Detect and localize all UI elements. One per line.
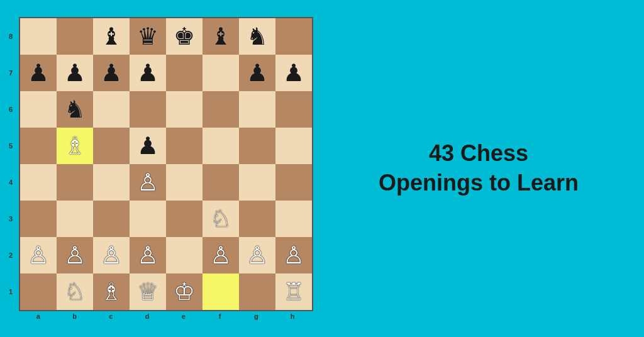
square-h3 — [275, 201, 312, 237]
square-f2: ♙ — [203, 237, 239, 273]
square-f1 — [203, 273, 239, 310]
square-a6: 6 — [20, 91, 57, 128]
square-c5 — [93, 128, 130, 164]
square-a7: 7♟ — [20, 55, 57, 91]
square-a3: 3 — [20, 201, 57, 237]
white-pawn-f2: ♙ — [210, 243, 231, 267]
rank-label-5: 5 — [9, 142, 13, 150]
title-line1: 43 Chess — [429, 139, 528, 168]
square-g1 — [239, 273, 275, 310]
rank-label-1: 1 — [9, 288, 13, 296]
square-d7: ♟ — [130, 55, 166, 91]
black-bishop-f8: ♝ — [210, 25, 231, 48]
square-e2 — [166, 237, 203, 273]
white-pawn-d4: ♙ — [137, 170, 158, 194]
file-labels: a b c d e f g h — [19, 312, 311, 320]
square-b5: ♗ — [57, 128, 93, 164]
rank-label-7: 7 — [9, 69, 13, 77]
black-bishop-c8: ♝ — [101, 25, 122, 48]
square-b4 — [57, 164, 93, 201]
rank-label-8: 8 — [9, 33, 13, 40]
white-knight-b1: ♘ — [64, 280, 86, 304]
file-c: c — [93, 312, 130, 320]
square-c4 — [93, 164, 130, 201]
square-e7 — [166, 55, 203, 91]
file-b: b — [57, 312, 93, 320]
board-wrapper: 8♝♛♚♝♞7♟♟♟♟♟♟6♞5♗♟4♙3♘2♙♙♙♙♙♙♙1♘♗♕♔♖ a b… — [19, 17, 313, 320]
square-f8: ♝ — [203, 18, 239, 55]
chess-board: 8♝♛♚♝♞7♟♟♟♟♟♟6♞5♗♟4♙3♘2♙♙♙♙♙♙♙1♘♗♕♔♖ — [19, 17, 313, 311]
black-knight-b6: ♞ — [64, 97, 86, 121]
file-f: f — [202, 312, 238, 320]
square-c3 — [93, 201, 130, 237]
square-f5 — [203, 128, 239, 164]
white-rook-h1: ♖ — [283, 280, 304, 304]
square-g4 — [239, 164, 275, 201]
square-g7: ♟ — [239, 55, 275, 91]
white-pawn-c2: ♙ — [101, 243, 122, 267]
square-b7: ♟ — [57, 55, 93, 91]
square-d3 — [130, 201, 166, 237]
white-knight-f3: ♘ — [210, 207, 231, 231]
square-f4 — [203, 164, 239, 201]
white-bishop-b5: ♗ — [64, 134, 86, 158]
white-pawn-d2: ♙ — [137, 243, 158, 267]
square-b3 — [57, 201, 93, 237]
square-a2: 2♙ — [20, 237, 57, 273]
black-queen-d8: ♛ — [137, 25, 158, 48]
square-c7: ♟ — [93, 55, 130, 91]
square-a8: 8 — [20, 18, 57, 55]
black-knight-g8: ♞ — [247, 25, 268, 48]
square-c8: ♝ — [93, 18, 130, 55]
black-pawn-h7: ♟ — [283, 61, 304, 85]
black-pawn-d5: ♟ — [137, 134, 158, 158]
square-e1: ♔ — [166, 273, 203, 310]
square-e8: ♚ — [166, 18, 203, 55]
square-d8: ♛ — [130, 18, 166, 55]
square-d1: ♕ — [130, 273, 166, 310]
square-h1: ♖ — [275, 273, 312, 310]
square-g2: ♙ — [239, 237, 275, 273]
square-e5 — [166, 128, 203, 164]
rank-label-2: 2 — [9, 251, 13, 259]
black-king-e8: ♚ — [174, 25, 195, 48]
square-f7 — [203, 55, 239, 91]
file-e: e — [165, 312, 202, 320]
white-pawn-g2: ♙ — [247, 243, 268, 267]
rank-label-3: 3 — [9, 215, 13, 223]
square-e3 — [166, 201, 203, 237]
square-c6 — [93, 91, 130, 128]
square-g5 — [239, 128, 275, 164]
chess-area: 8♝♛♚♝♞7♟♟♟♟♟♟6♞5♗♟4♙3♘2♙♙♙♙♙♙♙1♘♗♕♔♖ a b… — [19, 17, 313, 320]
file-a: a — [20, 312, 57, 320]
square-f3: ♘ — [203, 201, 239, 237]
text-area: 43 Chess Openings to Learn — [313, 126, 644, 211]
white-queen-d1: ♕ — [137, 280, 158, 304]
square-d2: ♙ — [130, 237, 166, 273]
square-c2: ♙ — [93, 237, 130, 273]
square-b2: ♙ — [57, 237, 93, 273]
square-b1: ♘ — [57, 273, 93, 310]
file-d: d — [129, 312, 165, 320]
square-h8 — [275, 18, 312, 55]
rank-label-6: 6 — [9, 106, 13, 113]
black-pawn-g7: ♟ — [247, 61, 268, 85]
title-line2: Openings to Learn — [379, 168, 579, 198]
square-e4 — [166, 164, 203, 201]
black-pawn-c7: ♟ — [101, 61, 122, 85]
square-a1: 1 — [20, 273, 57, 310]
white-pawn-b2: ♙ — [64, 243, 86, 267]
square-h5 — [275, 128, 312, 164]
black-pawn-d7: ♟ — [137, 61, 158, 85]
square-a4: 4 — [20, 164, 57, 201]
square-d4: ♙ — [130, 164, 166, 201]
file-g: g — [238, 312, 275, 320]
white-pawn-h2: ♙ — [283, 243, 304, 267]
square-h4 — [275, 164, 312, 201]
rank-label-4: 4 — [9, 179, 13, 186]
square-h6 — [275, 91, 312, 128]
square-a5: 5 — [20, 128, 57, 164]
square-f6 — [203, 91, 239, 128]
file-h: h — [274, 312, 311, 320]
black-pawn-a7: ♟ — [28, 61, 49, 85]
